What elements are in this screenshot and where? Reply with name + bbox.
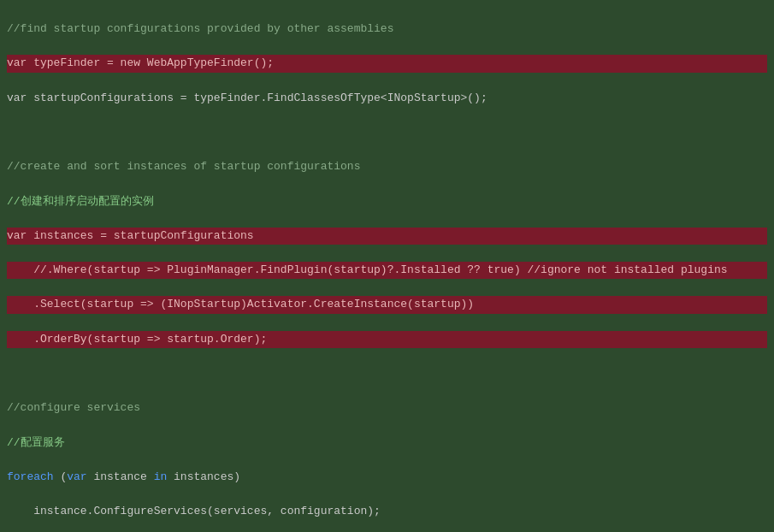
line-7b: //.Where(startup => PluginManager.FindPl… — [7, 262, 767, 279]
code-viewer: //find startup configurations provided b… — [0, 0, 774, 532]
line-11: foreach (var instance in instances) — [7, 469, 767, 486]
line-2: var typeFinder = new WebAppTypeFinder(); — [7, 55, 767, 72]
line-1: //find startup configurations provided b… — [7, 21, 767, 38]
line-6: //创建和排序启动配置的实例 — [7, 193, 767, 210]
line-7d: .OrderBy(startup => startup.Order); — [7, 331, 767, 348]
line-4 — [7, 124, 767, 141]
line-9: //configure services — [7, 399, 767, 417]
line-12: instance.ConfigureServices(services, con… — [7, 503, 767, 520]
line-10: //配置服务 — [7, 434, 767, 452]
line-8 — [7, 365, 767, 382]
line-5: //create and sort instances of startup c… — [7, 158, 767, 175]
line-7c: .Select(startup => (INopStartup)Activato… — [7, 296, 767, 313]
line-3: var startupConfigurations = typeFinder.F… — [7, 90, 767, 107]
line-7a: var instances = startupConfigurations — [7, 228, 767, 245]
